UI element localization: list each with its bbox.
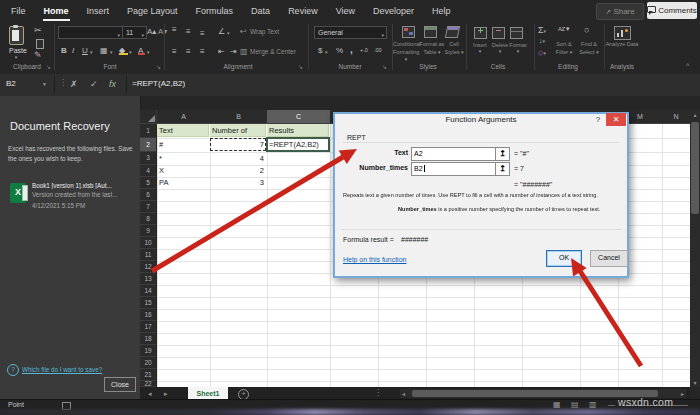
ribbon-tab-page-layout[interactable]: Page Layout: [118, 0, 187, 22]
numbertimes-range-picker-button[interactable]: ↥: [495, 162, 510, 176]
tab-splitter-handle[interactable]: ⋮: [374, 388, 382, 397]
format-as-table-button[interactable]: Format as Table ▾: [419, 41, 445, 56]
ribbon-tab-view[interactable]: View: [327, 0, 364, 22]
wrap-text-button[interactable]: Wrap Text: [250, 28, 279, 35]
select-all-corner[interactable]: [140, 110, 157, 123]
next-sheet-button[interactable]: ▸: [164, 390, 168, 398]
which-file-link[interactable]: Which file do I want to save?: [22, 366, 102, 373]
normal-view-button[interactable]: ▦: [553, 400, 561, 409]
text-arg-input[interactable]: A2: [411, 147, 497, 161]
align-center-button[interactable]: ≡: [186, 47, 191, 56]
dialog-close-button[interactable]: ✕: [606, 113, 626, 126]
row-header-9[interactable]: 9: [140, 225, 156, 237]
decrease-decimal-button[interactable]: .00: [374, 47, 382, 53]
page-break-view-button[interactable]: ▥: [589, 400, 597, 409]
fill-color-dropdown[interactable]: ▾: [129, 49, 132, 55]
text-range-picker-button[interactable]: ↥: [495, 147, 510, 161]
insert-function-button[interactable]: fx: [109, 79, 116, 89]
row-header-6[interactable]: 6: [140, 189, 156, 201]
clipboard-dialog-launcher[interactable]: ↘: [46, 63, 51, 70]
cell-b3[interactable]: 4: [210, 152, 264, 165]
row-header-14[interactable]: 14: [140, 285, 156, 297]
underline-dropdown[interactable]: ▾: [90, 49, 93, 55]
recovered-file-item[interactable]: X Book1 [version 1].xlsb [Aut... Version…: [4, 180, 136, 218]
clear-button[interactable]: ◇▾: [538, 49, 546, 57]
comments-button[interactable]: Comments: [647, 2, 697, 19]
row-header-4[interactable]: 4: [140, 165, 156, 177]
cell-a2[interactable]: #: [159, 138, 209, 152]
ok-button[interactable]: OK: [546, 250, 582, 267]
row-header-3[interactable]: 3: [140, 152, 156, 165]
decrease-indent-button[interactable]: ⇤: [218, 47, 225, 56]
cell-header-number-of-times[interactable]: Number of times: [210, 124, 266, 137]
increase-decimal-button[interactable]: +.0: [360, 47, 368, 53]
cancel-button[interactable]: Cancel: [590, 250, 628, 267]
font-color-dropdown[interactable]: ▾: [147, 49, 150, 55]
prev-sheet-button[interactable]: ◂: [148, 390, 152, 398]
orientation-button[interactable]: ∠: [218, 27, 225, 36]
font-color-button[interactable]: A: [138, 46, 143, 55]
format-painter-button[interactable]: ✎: [34, 50, 42, 60]
accounting-format-button[interactable]: $: [318, 46, 322, 55]
paste-button[interactable]: Paste ▾: [9, 26, 24, 60]
orientation-dropdown[interactable]: ▾: [227, 30, 230, 36]
number-format-combo[interactable]: General▾: [314, 26, 387, 39]
ribbon-tab-file[interactable]: File: [2, 0, 35, 22]
row-header-13[interactable]: 13: [140, 273, 156, 285]
row-header-17[interactable]: 17: [140, 321, 156, 333]
numbertimes-arg-input[interactable]: B2: [411, 162, 497, 176]
font-name-combo[interactable]: ▾: [58, 26, 123, 39]
shrink-font-button[interactable]: A▾: [158, 27, 167, 36]
ribbon-tab-data[interactable]: Data: [242, 0, 279, 22]
alignment-dialog-launcher[interactable]: ↘: [298, 63, 303, 70]
bold-button[interactable]: B: [61, 46, 67, 55]
find-select-button[interactable]: Find & Select ▾: [576, 41, 602, 56]
row-header-10[interactable]: 10: [140, 237, 156, 249]
cell-a3[interactable]: *: [159, 152, 209, 165]
column-header-B[interactable]: B: [210, 110, 268, 123]
help-on-function-link[interactable]: Help on this function: [343, 256, 406, 263]
row-header-18[interactable]: 18: [140, 333, 156, 345]
percent-style-button[interactable]: %: [336, 46, 343, 55]
row-header-12[interactable]: 12: [140, 261, 156, 273]
align-left-button[interactable]: ≡: [172, 47, 177, 56]
borders-dropdown[interactable]: ▾: [110, 49, 113, 55]
italic-button[interactable]: I: [72, 46, 74, 55]
cell-styles-button[interactable]: Cell Styles ▾: [443, 41, 465, 56]
ribbon-tab-developer[interactable]: Developer: [364, 0, 423, 22]
borders-button[interactable]: ▦: [100, 46, 108, 55]
ribbon-tab-review[interactable]: Review: [279, 0, 327, 22]
underline-button[interactable]: U: [82, 46, 88, 55]
row-header-1[interactable]: 1: [140, 124, 156, 138]
collapse-ribbon-button[interactable]: ^: [686, 62, 689, 69]
ribbon-tab-formulas[interactable]: Formulas: [187, 0, 243, 22]
zoom-out-button[interactable]: —: [608, 401, 615, 408]
cell-b4[interactable]: 2: [210, 165, 264, 177]
row-header-2[interactable]: 2: [140, 138, 156, 152]
ribbon-tab-home[interactable]: Home: [35, 0, 78, 22]
accounting-dropdown[interactable]: ▾: [325, 49, 328, 55]
align-middle-button[interactable]: ≡: [186, 27, 191, 36]
cell-b5[interactable]: 3: [210, 177, 264, 189]
row-header-11[interactable]: 11: [140, 249, 156, 261]
row-header-7[interactable]: 7: [140, 201, 156, 213]
sort-filter-button[interactable]: Sort & Filter ▾: [552, 41, 576, 56]
cut-button[interactable]: ✂: [34, 25, 42, 35]
dialog-help-button[interactable]: ?: [591, 114, 605, 126]
name-box-dropdown[interactable]: ▼: [42, 81, 47, 87]
font-size-combo[interactable]: 11▾: [122, 26, 147, 39]
copy-button[interactable]: [36, 39, 44, 49]
cancel-entry-button[interactable]: ✗: [70, 79, 78, 89]
scroll-up-arrow[interactable]: ▴: [690, 111, 700, 118]
row-header-8[interactable]: 8: [140, 213, 156, 225]
align-right-button[interactable]: ≡: [200, 47, 205, 56]
cell-a5[interactable]: PA: [159, 177, 209, 189]
vertical-scrollbar[interactable]: ▴ ▾: [690, 110, 700, 387]
row-header-16[interactable]: 16: [140, 309, 156, 321]
ribbon-tab-help[interactable]: Help: [423, 0, 460, 22]
merge-center-button[interactable]: Merge & Center: [250, 48, 296, 55]
number-dialog-launcher[interactable]: ↘: [382, 63, 387, 70]
row-header-20[interactable]: 20: [140, 357, 156, 369]
ribbon-tab-insert[interactable]: Insert: [78, 0, 119, 22]
row-header-15[interactable]: 15: [140, 297, 156, 309]
